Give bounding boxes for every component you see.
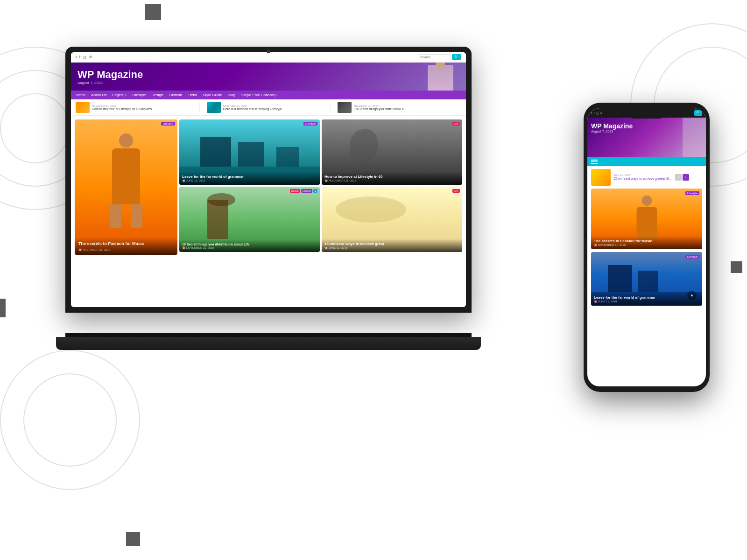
tags-multi: Design Lifestyle ● <box>290 189 317 193</box>
right-column: De How to Improve at Lifestyle in 60 ⏰ N… <box>322 119 462 252</box>
pinterest-icon: ℗ <box>89 55 92 59</box>
article-unheard[interactable]: De 15 unheard ways to achieve great ⏰ JU… <box>322 187 462 252</box>
phone-nav-arrows[interactable]: ‹ › <box>675 174 689 181</box>
hamburger-line-1 <box>591 160 598 161</box>
deco-square-3 <box>731 261 742 273</box>
nav-style-guide[interactable]: Style Guide <box>203 93 222 97</box>
laptop-hinge <box>65 333 472 337</box>
person-body <box>428 65 453 91</box>
nav-fashion[interactable]: Fashion <box>169 93 182 97</box>
nav-pages[interactable]: Pages ▷ <box>112 93 127 97</box>
nav-design[interactable]: Design <box>152 93 163 97</box>
phone-tag-lifestyle-1: Lifestyle <box>685 191 699 195</box>
article-improve[interactable]: De How to Improve at Lifestyle in 60 ⏰ N… <box>322 119 462 185</box>
nav-home[interactable]: Home <box>76 93 85 97</box>
laptop-device: f 𝕥 ◻ ℗ 🔍 WP Magazine August 7, 2023 <box>65 47 486 350</box>
deco-square-4 <box>126 532 140 546</box>
grammar-date: ⏰ JUNE 11, 2018 <box>182 179 317 182</box>
phone-fashion-title: The secrets to Fashion for Music <box>594 239 699 243</box>
nav-single-post[interactable]: Single Post Options ▷ <box>241 93 277 97</box>
improve-date: ⏰ NOVEMBER 21, 2017 <box>324 179 459 182</box>
search-input[interactable] <box>418 54 451 60</box>
ticker-title-2: Here is a method that is helping Lifesty… <box>223 107 282 111</box>
person-head <box>436 63 445 69</box>
facebook-icon: f <box>76 55 77 59</box>
ticker-thumb-3 <box>338 102 352 113</box>
ticker-item-1: November 21, 2017 How to Improve at Life… <box>76 102 200 113</box>
phone-card-fashion[interactable]: Lifestyle The secrets to Fashion for Mus… <box>591 189 702 249</box>
phone-fashion-date: ⏰ NOVEMBER 21, 2018 <box>594 243 699 246</box>
featured-date-left: ⏰ NOVEMBER 21, 2018 <box>78 248 174 251</box>
hamburger-menu-icon[interactable] <box>591 160 598 164</box>
site-logo: WP Magazine <box>78 69 143 81</box>
main-content-grid: Lifestyle The secrets to Fashion for Mus… <box>71 116 466 256</box>
ticker-item-2: November 21, 2017 Here is a method that … <box>207 102 331 113</box>
ticker-strip: November 21, 2017 How to Improve at Life… <box>71 99 466 116</box>
prev-arrow[interactable]: ‹ <box>675 174 682 181</box>
bg-circle-5 <box>23 373 117 467</box>
instagram-icon: ◻ <box>83 55 86 59</box>
phone-header-img <box>683 118 706 157</box>
ticker-item-3: November 21, 2017 10 Secret things you d… <box>338 102 461 113</box>
phone-card-grammar[interactable]: Lifestyle Leave for the far world of gra… <box>591 252 702 306</box>
hamburger-line-3 <box>591 163 598 164</box>
featured-overlay-left: The secrets to Fashion for Music ⏰ NOVEM… <box>75 238 177 255</box>
improve-overlay: How to Improve at Lifestyle in 60 ⏰ NOVE… <box>322 172 462 185</box>
nav-lifestyle[interactable]: Lifestyle <box>132 93 146 97</box>
social-icons: f 𝕥 ◻ ℗ <box>76 55 92 59</box>
deco-square-1 <box>145 4 161 20</box>
phone-search-button[interactable]: 🔍 <box>694 110 702 116</box>
ticker-title-1: How to Improve at Lifestyle in 60 Minute… <box>92 107 152 111</box>
tag-de-bottom: De <box>452 189 460 193</box>
deco-square-2 <box>0 299 6 317</box>
secret-date: ⏰ NOVEMBER 21, 2018 <box>182 246 317 249</box>
phone-instagram-icon: ◻ <box>596 112 599 115</box>
phone-twitter-icon: t <box>594 112 595 115</box>
phone-tag-lifestyle-2: Lifestyle <box>685 255 699 259</box>
search-button[interactable]: 🔍 <box>452 54 461 60</box>
ticker-thumb-1 <box>76 102 90 113</box>
nav-trend[interactable]: Trend <box>188 93 197 97</box>
phone-article-info: April 21, 2017 15 unheard ways to achiev… <box>613 174 671 181</box>
tag-lifestyle-bottom: Lifestyle <box>301 189 312 193</box>
featured-article-left[interactable]: Lifestyle The secrets to Fashion for Mus… <box>75 119 177 255</box>
phone-notch <box>628 108 665 119</box>
unheard-title: 15 unheard ways to achieve great <box>324 242 459 246</box>
tag-lifestyle-center: Lifestyle <box>303 122 317 126</box>
phone-woman-silhouette <box>634 196 660 242</box>
nav-about[interactable]: About Us <box>91 93 106 97</box>
site-header: WP Magazine August 7, 2023 <box>71 63 466 91</box>
phone-grammar-title: Leave for the far world of grammar <box>594 295 699 300</box>
featured-title-left: The secrets to Fashion for Music <box>78 241 174 247</box>
phone-header: WP Magazine August 7, 2023 <box>587 118 706 157</box>
phone-fashion-overlay: The secrets to Fashion for Music ⏰ NOVEM… <box>591 236 702 249</box>
bg-circle-3 <box>0 93 70 163</box>
site-logo-area: WP Magazine August 7, 2023 <box>78 69 143 85</box>
phone-article-section: April 21, 2017 15 unheard ways to achiev… <box>587 166 706 311</box>
phone-device: f t ◻ p ... 🔍 WP Magazine August 7, 2023 <box>584 103 710 392</box>
phone-body: f t ◻ p ... 🔍 WP Magazine August 7, 2023 <box>584 103 710 392</box>
laptop-screen: f 𝕥 ◻ ℗ 🔍 WP Magazine August 7, 2023 <box>71 52 466 307</box>
ticker-text-2: November 21, 2017 Here is a method that … <box>223 105 282 111</box>
bg-circle-4 <box>0 350 140 490</box>
laptop-camera <box>267 49 270 53</box>
center-column: Lifestyle Leave for the far world of gra… <box>179 119 320 252</box>
site-topbar: f 𝕥 ◻ ℗ 🔍 <box>71 52 466 63</box>
tag-design: Design <box>290 189 300 193</box>
hamburger-line-2 <box>591 161 598 162</box>
ticker-thumb-2 <box>207 102 221 113</box>
scroll-up-button[interactable]: ▲ <box>687 291 697 300</box>
tag-lifestyle-left: Lifestyle <box>161 122 175 126</box>
woman-silhouette <box>107 133 145 217</box>
nav-blog[interactable]: Blog <box>228 93 235 97</box>
twitter-icon: 𝕥 <box>79 55 81 59</box>
site-search[interactable]: 🔍 <box>418 54 461 60</box>
article-secret[interactable]: Design Lifestyle ● 10 Secret things you … <box>179 187 320 252</box>
phone-article-thumb <box>591 169 611 186</box>
site-nav: Home About Us Pages ▷ Lifestyle Design F… <box>71 91 466 99</box>
tag-de-right: De <box>452 122 460 126</box>
article-grammar[interactable]: Lifestyle Leave for the far world of gra… <box>179 119 320 185</box>
laptop-body: f 𝕥 ◻ ℗ 🔍 WP Magazine August 7, 2023 <box>65 47 472 313</box>
next-arrow[interactable]: › <box>683 174 689 181</box>
laptop-base <box>56 337 481 350</box>
